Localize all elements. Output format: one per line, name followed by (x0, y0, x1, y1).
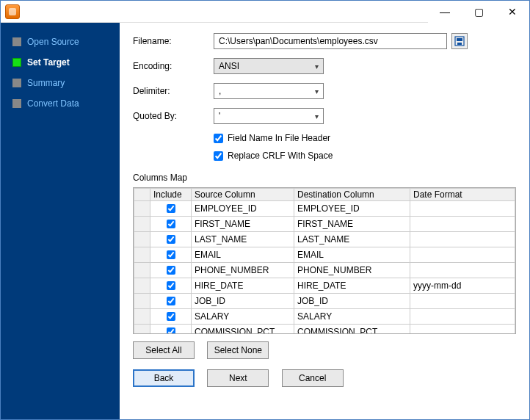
source-column-cell[interactable]: LAST_NAME (192, 232, 294, 247)
destination-column-header[interactable]: Destination Column (294, 189, 410, 201)
include-cell[interactable] (150, 294, 192, 309)
table-row[interactable]: JOB_IDJOB_ID (134, 294, 515, 309)
include-checkbox[interactable] (167, 312, 175, 321)
destination-column-cell[interactable]: COMMISSION_PCT (294, 325, 410, 335)
include-cell[interactable] (150, 309, 192, 325)
row-header-cell[interactable] (134, 278, 150, 294)
table-row[interactable]: EMAILEMAIL (134, 247, 515, 263)
source-column-cell[interactable]: HIRE_DATE (192, 278, 294, 294)
sidebar-item-convert-data[interactable]: Convert Data (1, 93, 120, 114)
source-column-cell[interactable]: EMAIL (192, 247, 294, 263)
replace-crlf-label: Replace CRLF With Space (228, 151, 333, 161)
replace-crlf-checkbox[interactable] (214, 151, 223, 161)
sidebar-item-label: Convert Data (27, 98, 79, 109)
delimiter-select[interactable]: , ▾ (214, 83, 324, 99)
include-checkbox[interactable] (167, 250, 175, 259)
wizard-window: — ▢ ✕ Open Source Set Target Summary Con… (0, 0, 530, 420)
source-column-cell[interactable]: JOB_ID (192, 294, 294, 309)
date-format-cell[interactable] (410, 247, 515, 263)
table-row[interactable]: COMMISSION_PCTCOMMISSION_PCT (134, 325, 515, 335)
include-cell[interactable] (150, 201, 192, 217)
include-cell[interactable] (150, 217, 192, 232)
date-format-cell[interactable] (410, 325, 515, 335)
date-format-cell[interactable] (410, 232, 515, 247)
table-row[interactable]: PHONE_NUMBERPHONE_NUMBER (134, 263, 515, 278)
minimize-button[interactable]: — (428, 1, 462, 23)
select-none-button[interactable]: Select None (207, 341, 269, 359)
cancel-button[interactable]: Cancel (282, 369, 344, 387)
close-button[interactable]: ✕ (495, 1, 529, 23)
include-cell[interactable] (150, 278, 192, 294)
sidebar-item-open-source[interactable]: Open Source (1, 32, 120, 52)
table-row[interactable]: HIRE_DATEHIRE_DATEyyyy-mm-dd (134, 278, 515, 294)
row-header-cell[interactable] (134, 325, 150, 335)
back-button[interactable]: Back (133, 369, 195, 387)
source-column-cell[interactable]: FIRST_NAME (192, 217, 294, 232)
include-cell[interactable] (150, 247, 192, 263)
source-column-cell[interactable]: EMPLOYEE_ID (192, 201, 294, 217)
row-header-cell[interactable] (134, 217, 150, 232)
step-indicator-icon (12, 58, 21, 67)
table-row[interactable]: SALARYSALARY (134, 309, 515, 325)
destination-column-cell[interactable]: JOB_ID (294, 294, 410, 309)
destination-column-cell[interactable]: HIRE_DATE (294, 278, 410, 294)
filename-label: Filename: (133, 36, 214, 46)
row-header-cell[interactable] (134, 201, 150, 217)
include-checkbox[interactable] (167, 235, 175, 244)
quoted-by-select[interactable]: ' ▾ (214, 108, 324, 124)
include-checkbox[interactable] (167, 297, 175, 305)
date-format-cell[interactable] (410, 201, 515, 217)
include-header[interactable]: Include (150, 189, 192, 201)
table-row[interactable]: LAST_NAMELAST_NAME (134, 232, 515, 247)
source-column-header[interactable]: Source Column (192, 189, 294, 201)
include-checkbox[interactable] (167, 281, 175, 290)
field-name-header-checkbox[interactable] (214, 134, 223, 143)
sidebar-item-summary[interactable]: Summary (1, 73, 120, 93)
date-format-cell[interactable] (410, 309, 515, 325)
encoding-select[interactable]: ANSI ▾ (214, 58, 324, 74)
include-cell[interactable] (150, 232, 192, 247)
destination-column-cell[interactable]: FIRST_NAME (294, 217, 410, 232)
destination-column-cell[interactable]: PHONE_NUMBER (294, 263, 410, 278)
columns-map-label: Columns Map (133, 173, 516, 183)
date-format-header[interactable]: Date Format (410, 189, 515, 201)
field-name-header-label: Field Name In File Header (228, 133, 330, 143)
include-cell[interactable] (150, 263, 192, 278)
browse-button[interactable] (451, 33, 468, 49)
destination-column-cell[interactable]: EMPLOYEE_ID (294, 201, 410, 217)
destination-column-cell[interactable]: LAST_NAME (294, 232, 410, 247)
select-all-button[interactable]: Select All (133, 341, 195, 359)
maximize-button[interactable]: ▢ (462, 1, 495, 23)
save-icon (454, 36, 465, 46)
next-button[interactable]: Next (207, 369, 269, 387)
include-checkbox[interactable] (167, 220, 175, 228)
include-cell[interactable] (150, 325, 192, 335)
filename-input[interactable] (214, 33, 447, 49)
date-format-cell[interactable] (410, 263, 515, 278)
content-pane: Filename: Encoding: ANSI ▾ Delimiter: , … (120, 23, 529, 419)
svg-rect-2 (457, 43, 462, 45)
columns-map-grid[interactable]: Include Source Column Destination Column… (133, 187, 516, 334)
row-header-cell[interactable] (134, 294, 150, 309)
date-format-cell[interactable]: yyyy-mm-dd (410, 278, 515, 294)
source-column-cell[interactable]: COMMISSION_PCT (192, 325, 294, 335)
date-format-cell[interactable] (410, 294, 515, 309)
row-header-cell[interactable] (134, 247, 150, 263)
include-checkbox[interactable] (167, 327, 175, 334)
source-column-cell[interactable]: PHONE_NUMBER (192, 263, 294, 278)
encoding-label: Encoding: (133, 61, 214, 71)
row-header-column (134, 189, 150, 201)
row-header-cell[interactable] (134, 309, 150, 325)
row-header-cell[interactable] (134, 263, 150, 278)
table-row[interactable]: EMPLOYEE_IDEMPLOYEE_ID (134, 201, 515, 217)
include-checkbox[interactable] (167, 204, 175, 213)
row-header-cell[interactable] (134, 232, 150, 247)
include-checkbox[interactable] (167, 266, 175, 275)
sidebar-item-set-target[interactable]: Set Target (1, 52, 120, 73)
source-column-cell[interactable]: SALARY (192, 309, 294, 325)
destination-column-cell[interactable]: SALARY (294, 309, 410, 325)
destination-column-cell[interactable]: EMAIL (294, 247, 410, 263)
table-row[interactable]: FIRST_NAMEFIRST_NAME (134, 217, 515, 232)
date-format-cell[interactable] (410, 217, 515, 232)
step-indicator-icon (12, 99, 21, 108)
